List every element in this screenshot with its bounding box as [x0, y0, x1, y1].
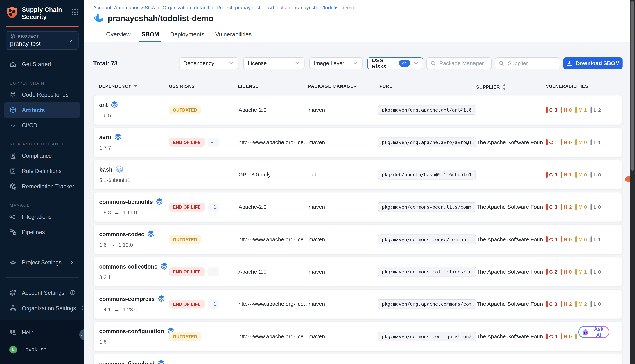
sidebar-item-organization-settings[interactable]: Organization Settings: [4, 300, 80, 316]
table-row[interactable]: commons-configuration1.6OUTDATEDhttp---w…: [93, 322, 622, 351]
table-row[interactable]: commons-compress1.4.1→1.28.0END OF LIFE+…: [93, 289, 622, 319]
severity-bar: [561, 172, 562, 178]
scrollbar-track[interactable]: [630, 0, 635, 364]
column-header-vulnerabilities[interactable]: VULNERABILITIES: [546, 84, 588, 88]
sidebar-item-remediation-tracker[interactable]: Remediation Tracker: [4, 178, 80, 194]
download-sbom-button[interactable]: Download SBOM: [563, 58, 622, 69]
severity-bar: [546, 301, 548, 307]
severity-bar: [561, 301, 562, 307]
arrow-right-icon: →: [114, 306, 119, 313]
project-name: pranay-test: [10, 40, 68, 47]
sidebar-item-label: Integrations: [22, 213, 52, 220]
severity-bar: [575, 333, 577, 340]
severity-letter: L: [593, 172, 597, 178]
sidebar-item-help[interactable]: ?Help: [4, 324, 80, 341]
supplier-cell: The Apache Software Foun…: [477, 301, 543, 307]
dependency-version: 1.6: [99, 339, 107, 345]
oss-risk-more-chip[interactable]: +1: [208, 202, 219, 211]
severity-bar: [575, 172, 577, 178]
severity-count: 1: [569, 172, 572, 178]
search-input[interactable]: [439, 60, 488, 66]
breadcrumb-link[interactable]: Account: Automation-SSCA: [93, 5, 155, 10]
sidebar-item-integrations[interactable]: Integrations: [4, 209, 80, 224]
sidebar-item-label: Lavakush: [22, 346, 47, 352]
column-header-purl[interactable]: PURL: [379, 84, 392, 88]
license-cell: http---www.apache.org-lice…: [239, 333, 309, 340]
severity-bar: [546, 139, 548, 145]
breadcrumb-link[interactable]: Artifacts: [268, 5, 286, 10]
vuln-severity-h: H2: [561, 204, 572, 210]
scrollbar-thumb[interactable]: [630, 1, 634, 171]
oss-risk-more-chip[interactable]: +1: [208, 267, 219, 276]
table-row[interactable]: commons-codec1.6→1.19.0OUTDATEDhttp---ww…: [93, 224, 622, 254]
severity-bar: [590, 172, 592, 178]
tab-vulnerabilities[interactable]: Vulnerabilities: [215, 31, 252, 42]
purl-chip[interactable]: pkg:maven/commons-configuration/…: [378, 332, 476, 341]
sidebar-item-artifacts[interactable]: Artifacts: [4, 102, 80, 118]
table-row[interactable]: bash5.1-6ubuntu1-GPL-3.0-onlydebpkg:deb/…: [93, 160, 622, 190]
breadcrumb-link[interactable]: Project: pranay-test: [217, 5, 260, 10]
purl-chip[interactable]: pkg:maven/commons-collections/co…: [378, 267, 476, 277]
severity-letter: C: [549, 140, 553, 145]
oss-risk-more-chip[interactable]: +1: [208, 300, 219, 308]
column-header-oss-risks[interactable]: OSS RISKS: [169, 84, 194, 88]
version-current: 1.6: [99, 242, 107, 248]
cubewrench-icon: [9, 182, 17, 190]
oss-risk-more-chip[interactable]: +1: [208, 138, 219, 147]
oss-risk-badge: OUTDATED: [169, 106, 201, 114]
sidebar-item-rule-definitions[interactable]: Rule Definitions: [4, 163, 80, 178]
purl-chip[interactable]: pkg:maven/org.apache.avro/avro@1…: [378, 138, 476, 147]
oss-risk-cell: END OF LIFE+1: [169, 202, 219, 211]
breadcrumb-link[interactable]: Organization: default: [162, 5, 209, 10]
search-input[interactable]: [507, 60, 557, 66]
sidebar-item-pipelines[interactable]: Pipelines: [4, 224, 80, 240]
table-row[interactable]: commons-beanutils1.8.3→1.11.0END OF LIFE…: [93, 192, 622, 222]
oss-risk-cell: OUTDATED: [169, 332, 201, 341]
column-header-package-manager[interactable]: PACKAGE MANAGER: [308, 84, 357, 88]
table-row[interactable]: commons-collections3.2.1END OF LIFE+1Apa…: [93, 257, 622, 287]
table-row[interactable]: commons-fileuploadEND OF LIFE+1Apache-2.…: [93, 354, 622, 364]
filter-license[interactable]: License: [244, 58, 305, 69]
license-cell: http---www.apache.org-lice…: [239, 236, 309, 242]
chevron-down-icon: [295, 61, 300, 66]
purl-chip[interactable]: pkg:maven/org.apache.ant/ant@1.6…: [378, 105, 476, 115]
filter-oss-risks[interactable]: OSS Risks01: [367, 58, 423, 69]
tab-sbom[interactable]: SBOM: [141, 31, 159, 42]
purl-chip[interactable]: pkg:deb/ubuntu/bash@5.1-6ubuntu1: [378, 170, 476, 180]
vuln-severity-c: C0: [546, 107, 557, 113]
sidebar-item-project-settings[interactable]: Project Settings: [4, 254, 80, 270]
column-header-dependency[interactable]: DEPENDENCY: [99, 84, 138, 88]
table-row[interactable]: ant1.6.5OUTDATEDApache-2.0mavenpkg:maven…: [93, 95, 622, 125]
sidebar-item-label: Artifacts: [22, 106, 45, 113]
oss-risk-badge: END OF LIFE: [169, 138, 204, 147]
purl-chip[interactable]: pkg:maven/commons-codec/commons-…: [378, 234, 476, 244]
search-package-manager: [427, 58, 492, 69]
tab-overview[interactable]: Overview: [106, 31, 130, 42]
vuln-severity-h: H0: [561, 107, 572, 113]
severity-letter: C: [549, 172, 553, 178]
filter-dependency[interactable]: Dependency: [179, 58, 239, 69]
filter-image-layer[interactable]: Image Layer: [309, 58, 362, 69]
module-grid-icon[interactable]: [71, 8, 79, 16]
severity-bar: [546, 172, 548, 178]
sidebar-item-get-started[interactable]: Get Started: [4, 56, 80, 72]
breadcrumb-link[interactable]: pranaycshah/todolist-demo: [293, 5, 354, 10]
vulnerability-counts: C2H0M1L0: [546, 269, 601, 275]
severity-bar: [546, 204, 548, 210]
sidebar-item-account-settings[interactable]: Account Settings: [4, 285, 80, 300]
project-selector[interactable]: PROJECT pranay-test: [6, 31, 79, 50]
purl-chip[interactable]: pkg:maven/commons-beanutils/comm…: [378, 202, 476, 212]
column-header-supplier[interactable]: SUPPLIER: [476, 84, 506, 90]
vuln-severity-c: C0: [546, 204, 557, 210]
sidebar-item-lavakush[interactable]: LLavakush: [4, 341, 80, 358]
table-row[interactable]: avro1.7.7END OF LIFE+1http---www.apache.…: [93, 127, 622, 157]
ask-ai-button[interactable]: Ask AI: [578, 326, 609, 338]
sidebar-item-code-repositories[interactable]: </>Code Repositories: [4, 87, 80, 102]
sidebar-item-ci-cd[interactable]: ∞CI/CD: [4, 118, 80, 133]
tab-deployments[interactable]: Deployments: [170, 31, 204, 42]
sidebar-item-compliance[interactable]: Compliance: [4, 148, 80, 163]
column-header-license[interactable]: LICENSE: [238, 84, 259, 88]
dependency-name-text: commons-beanutils: [99, 198, 153, 205]
purl-chip[interactable]: pkg:maven/org.apache.commons/com…: [378, 299, 476, 309]
vulnerability-counts: C1H0M0L1: [546, 139, 601, 145]
